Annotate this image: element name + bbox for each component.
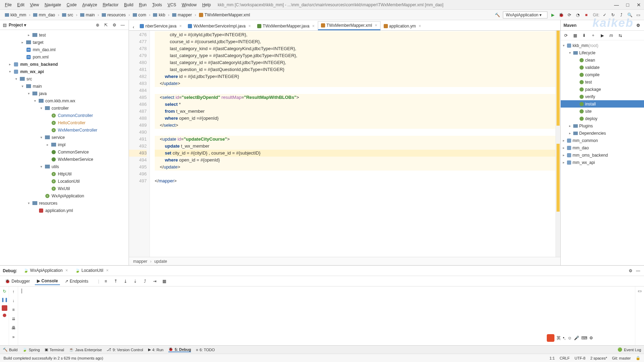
expand-icon[interactable]: ▾ xyxy=(22,84,26,88)
close-tab-icon[interactable]: × xyxy=(419,24,421,29)
project-node-controller[interactable]: ▾controller xyxy=(0,104,129,112)
ime-punct-icon[interactable]: •, xyxy=(563,336,566,340)
project-node-wxapiapplication[interactable]: cWxApiApplication xyxy=(0,192,129,199)
minimize-icon[interactable]: — xyxy=(613,2,620,8)
hide-panel-icon[interactable]: — xyxy=(120,22,126,28)
expand-icon[interactable]: ▸ xyxy=(563,153,567,157)
expand-icon[interactable]: ▸ xyxy=(563,139,567,142)
bottom-tab-build[interactable]: 🔨Build xyxy=(3,347,17,352)
maven-node-deploy[interactable]: deploy xyxy=(561,115,644,122)
maven-node-test[interactable]: test xyxy=(561,78,644,86)
code-line-494[interactable]: where open_id = #{openId} xyxy=(155,157,555,164)
breadcrumb-mm_dao[interactable]: mm_dao xyxy=(31,12,57,18)
debug-subtab-endpoints[interactable]: ↗Endpoints xyxy=(63,277,90,285)
settings-gear-icon[interactable]: ⚙ xyxy=(111,22,117,28)
project-node-mm_dao-iml[interactable]: mmm_dao.iml xyxy=(0,46,129,53)
run-configuration-select[interactable]: WxApiApplication ▾ xyxy=(503,11,548,18)
soft-wrap-icon[interactable]: ≡ xyxy=(10,307,17,313)
menu-build[interactable]: Build xyxy=(121,2,136,7)
maven-reimport-icon[interactable]: ⟳ xyxy=(563,32,569,39)
debug-subtab-console[interactable]: ▶Console xyxy=(35,277,60,285)
maven-node-lifecycle[interactable]: ▾Lifecycle xyxy=(561,49,644,56)
expand-icon[interactable]: ▸ xyxy=(569,131,573,135)
breadcrumb-main[interactable]: main xyxy=(78,12,97,18)
maven-node-install[interactable]: install xyxy=(561,100,644,108)
code-line-488[interactable]: where open_id =#{openId} xyxy=(155,115,555,122)
breadcrumb-update[interactable]: update xyxy=(154,259,167,264)
code-line-492[interactable]: update t_wx_member xyxy=(155,143,555,150)
code-line-486[interactable]: select * xyxy=(155,101,555,108)
bottom-tab-4-run[interactable]: ▶4: Run xyxy=(148,347,163,352)
breadcrumb-kkb_mm[interactable]: kkb_mm xyxy=(3,12,28,18)
maven-node-package[interactable]: package xyxy=(561,86,644,93)
project-node-service[interactable]: ▾service xyxy=(0,134,129,141)
step-out-icon[interactable]: ⤓ xyxy=(122,278,129,284)
expand-icon[interactable]: ▾ xyxy=(40,165,45,168)
maven-node-kkb_mm[interactable]: ▾kkb_mm (root) xyxy=(561,42,644,49)
debug-icon[interactable]: 🐞 xyxy=(558,12,564,18)
status-indent[interactable]: 2 spaces* xyxy=(590,356,607,360)
expand-icon[interactable]: ▸ xyxy=(28,33,32,37)
menu-edit[interactable]: Edit xyxy=(14,2,27,7)
maven-node-mm_oms_backend[interactable]: ▸mm_oms_backend xyxy=(561,151,644,159)
maven-node-verify[interactable]: verify xyxy=(561,93,644,100)
menu-code[interactable]: Code xyxy=(64,2,79,7)
locate-icon[interactable]: ⊕ xyxy=(94,22,101,28)
git-commit-icon[interactable]: ↻ xyxy=(610,12,616,18)
debug-tab-locationutil[interactable]: 🍃LocationUtil× xyxy=(72,267,112,275)
evaluate-icon[interactable]: ▦ xyxy=(161,278,168,284)
code-line-476[interactable]: city_id = #{cityId,jdbcType=INTEGER}, xyxy=(155,31,555,38)
menu-vcs[interactable]: VCS xyxy=(165,2,179,7)
expand-icon[interactable]: ▾ xyxy=(563,44,567,47)
maven-node-compile[interactable]: compile xyxy=(561,71,644,78)
debug-hide-icon[interactable]: — xyxy=(635,268,641,274)
stop-debug-icon[interactable] xyxy=(2,305,7,311)
expand-icon[interactable]: ▾ xyxy=(40,135,45,139)
close-tab-icon[interactable]: × xyxy=(312,24,315,29)
ime-mic-icon[interactable]: 🎤 xyxy=(574,336,579,340)
run-icon[interactable]: ▶ xyxy=(550,12,556,18)
step-into-icon[interactable]: ⤒ xyxy=(113,278,119,284)
project-view-dropdown[interactable]: Project ▾ xyxy=(9,23,26,27)
maven-node-site[interactable]: site xyxy=(561,108,644,115)
debug-tab-wxapiapplication[interactable]: 🍃WxApiApplication× xyxy=(21,267,70,275)
debug-settings-icon[interactable]: ⚙ xyxy=(627,268,634,274)
error-stripe[interactable] xyxy=(555,31,560,257)
code-line-482[interactable]: where id = #{id,jdbcType=INTEGER} xyxy=(155,73,555,80)
menu-tools[interactable]: Tools xyxy=(150,2,165,7)
maven-settings-icon[interactable]: ⚙ xyxy=(635,22,641,29)
breadcrumb-kkb[interactable]: kkb xyxy=(151,12,167,18)
close-tab-icon[interactable]: × xyxy=(375,23,377,28)
project-node-pom-xml[interactable]: mpom.xml xyxy=(0,53,129,61)
stop-icon[interactable]: ■ xyxy=(583,12,589,18)
maven-add-icon[interactable]: ＋ xyxy=(590,32,596,39)
expand-icon[interactable]: ▸ xyxy=(563,160,567,164)
maven-execute-icon[interactable]: m xyxy=(608,32,614,39)
expand-icon[interactable]: ▸ xyxy=(9,62,13,66)
code-line-484[interactable] xyxy=(155,87,555,94)
code-line-487[interactable]: from t_wx_member xyxy=(155,108,555,115)
code-line-483[interactable]: </update> xyxy=(155,80,555,87)
project-node-wxmembercontroller[interactable]: cWxMemberController xyxy=(0,126,129,134)
project-node-java[interactable]: ▾java xyxy=(0,90,129,97)
close-tab-icon[interactable]: × xyxy=(179,24,182,29)
project-node-application-yml[interactable]: application.yml xyxy=(0,207,129,214)
expand-icon[interactable]: ▾ xyxy=(569,51,573,55)
expand-icon[interactable]: ▸ xyxy=(569,124,573,128)
expand-icon[interactable]: ▾ xyxy=(28,92,32,95)
gutter[interactable]: 4764774784794804814824834844854864874884… xyxy=(129,31,150,257)
project-node-impl[interactable]: ▸impl xyxy=(0,141,129,148)
expand-icon[interactable]: ▾ xyxy=(15,77,20,81)
editor-tab-application-ym[interactable]: application.ym× xyxy=(381,21,424,30)
project-node-test[interactable]: ▸test xyxy=(0,31,129,39)
project-node-src[interactable]: ▾src xyxy=(0,75,129,82)
bottom-tab-spring[interactable]: 🍃Spring xyxy=(22,347,40,352)
debug-subtab-debugger[interactable]: 🐞Debugger xyxy=(3,277,32,285)
project-node-hellocontroller[interactable]: cHelloController xyxy=(0,119,129,126)
ime-emoji-icon[interactable]: ☺ xyxy=(568,336,572,340)
status-git-branch[interactable]: Git: master xyxy=(612,356,631,360)
code-line-478[interactable]: last_category_kind = #{lastCategoryKind,… xyxy=(155,45,555,52)
code-line-489[interactable]: </select> xyxy=(155,122,555,129)
maven-generate-icon[interactable]: ▦ xyxy=(572,32,578,39)
bottom-tab-6-todo[interactable]: ≡6: TODO xyxy=(196,348,215,352)
